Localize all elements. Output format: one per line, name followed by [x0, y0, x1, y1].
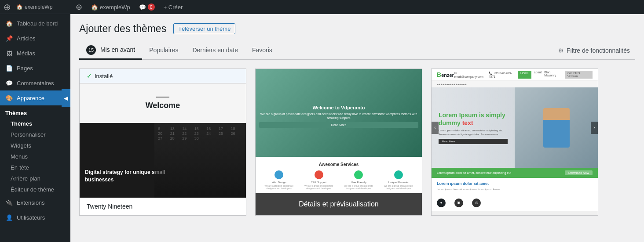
bnz-nav-blog: Blog Masonry	[544, 71, 562, 79]
bnz-hero-body: Lorem ipsum dolor sit amet, consectetur …	[439, 129, 508, 136]
bnz-nav-bar: ✉ email@company.com 📞 +39 342-789-4571	[454, 72, 518, 78]
bnz-read-more-btn: Read More	[439, 139, 508, 144]
bnz-hero: Lorem Ipsum is simply dummy text Lorem i…	[432, 87, 598, 168]
themes-grid: ✓ Installé Welcome 6131415161718 2021222…	[79, 69, 635, 216]
page-header: Ajouter des thèmes Téléverser un thème	[79, 23, 635, 35]
bnz-dot-2: ▣	[454, 199, 463, 207]
tabs-bar: 15 Mis en avant Populaires Derniers en d…	[79, 42, 635, 60]
sidebar-item-medias[interactable]: 🖼 Médias	[0, 46, 70, 61]
bnz-hero-title: Lorem Ipsum is simply dummy text	[439, 111, 508, 127]
vdp-services-grid: Web Design We are a group of passionate …	[261, 170, 417, 190]
commentaires-icon: 💬	[5, 79, 13, 87]
sidebar-sub-personnaliser[interactable]: Personnaliser	[0, 129, 70, 140]
collapse-arrow-icon[interactable]: ◀	[62, 89, 70, 107]
dashboard-icon: 🏠	[5, 19, 13, 27]
sidebar-item-pages[interactable]: 📄 Pages	[0, 61, 70, 76]
utilisateurs-icon: 👤	[5, 213, 13, 221]
tab-latest[interactable]: Derniers en date	[185, 43, 245, 58]
bnz-next-arrow: ›	[591, 122, 598, 134]
bnz-nav-links: Home about Blog Masonry Get PRO Version	[518, 71, 593, 79]
theme-name-twenty-nineteen: Twenty Nineteen	[87, 203, 132, 210]
elements-label: Unique Elements	[381, 181, 417, 184]
bnz-bar-text: Lorem ipsum dolor sit amet, consectetur …	[437, 171, 511, 174]
vdp-hero-content: Welcome to Vdperanto We are a group of p…	[256, 101, 422, 132]
friendly-label: User Friendly	[340, 181, 377, 184]
vdp-hero-body: We are a group of passionate designers a…	[259, 112, 418, 121]
sidebar-sub-widgets[interactable]: Widgets	[0, 140, 70, 151]
theme-preview-bottom: 6131415161718 20212223242526 27282930 Di…	[80, 123, 246, 198]
bnz-dot-1: ●	[437, 199, 446, 207]
gear-icon: ⚙	[558, 47, 564, 54]
tab-favorites[interactable]: Favoris	[245, 43, 279, 58]
admin-bar-wp-icon[interactable]: ⊕	[76, 2, 82, 12]
vdp-service-support: 24/7 Support We are a group of passionat…	[301, 170, 337, 190]
theme-tagline: Digital strategy for unique small busine…	[85, 169, 165, 183]
site-name[interactable]: 🏠 exempleWp	[16, 4, 52, 10]
sidebar-sub-arriere-plan[interactable]: Arrière-plan	[0, 173, 70, 184]
dash-separator	[156, 97, 169, 98]
medias-icon: 🖼	[5, 49, 13, 57]
support-icon	[315, 170, 323, 179]
theme-footer-vdperanto: vdperanto Installer Aperçu	[256, 215, 422, 216]
web-design-icon	[274, 170, 283, 179]
upload-theme-button[interactable]: Téléverser un thème	[173, 23, 235, 34]
vdp-hero-title: Welcome to Vdperanto	[259, 105, 418, 110]
overlay-dark	[154, 123, 246, 198]
vdp-service-web-design: Web Design We are a group of passionate …	[261, 170, 297, 190]
theme-preview-vdperanto: vdperanto Home About Service Works Blog …	[256, 69, 422, 215]
bnz-phone: 📞 +39 342-789-4571	[489, 72, 518, 78]
vdp-overlay: Détails et prévisualisation	[256, 193, 422, 215]
theme-card-benzer: Benzer ✉ email@company.com 📞 +39 342-789…	[431, 69, 598, 216]
web-design-desc: We are a group of passionate designers a…	[261, 184, 297, 190]
installed-badge: ✓ Installé	[80, 69, 246, 83]
web-design-label: Web Design	[261, 181, 297, 184]
sidebar-sub-themes[interactable]: Thèmes	[0, 118, 70, 129]
comments-bubble-icon: 💬	[139, 4, 146, 11]
elements-icon	[394, 170, 403, 179]
dot1: ●●●●●●●●●●●●●●●●	[437, 83, 467, 86]
check-icon: ✓	[87, 72, 92, 79]
featured-badge: 15	[86, 45, 96, 55]
sidebar-item-apparence[interactable]: 🎨 Apparence ◀	[0, 90, 70, 105]
wp-logo-icon[interactable]: ⊕	[4, 2, 11, 12]
tab-featured[interactable]: 15 Mis en avant	[79, 42, 142, 60]
admin-bar-create[interactable]: + Créer	[164, 4, 183, 11]
theme-card-twenty-nineteen: ✓ Installé Welcome 6131415161718 2021222…	[79, 69, 246, 216]
theme-card-vdperanto: vdperanto Home About Service Works Blog …	[255, 69, 422, 216]
bnz-bottom-title: Lorem ipsum dolor sit amet	[437, 181, 593, 186]
bnz-title-span: dummy	[439, 119, 461, 126]
bnz-hero-content: Lorem Ipsum is simply dummy text Lorem i…	[432, 87, 515, 168]
sidebar-sub-en-tete[interactable]: En-tête	[0, 162, 70, 173]
friendly-desc: We are a group of passionate designers a…	[340, 184, 377, 190]
theme-preview-benzer: Benzer ✉ email@company.com 📞 +39 342-789…	[432, 69, 598, 215]
sidebar-item-utilisateurs[interactable]: 👤 Utilisateurs	[0, 210, 70, 225]
bnz-nav-home: Home	[518, 71, 531, 79]
theme-preview-top: Welcome	[80, 83, 246, 123]
welcome-text: Welcome	[146, 101, 180, 110]
filter-features-button[interactable]: ⚙ Filtre de fonctionnalités	[553, 43, 635, 58]
pages-icon: 📄	[5, 64, 13, 72]
admin-home-icon: 🏠	[91, 4, 98, 11]
sidebar-item-articles[interactable]: 📌 Articles	[0, 31, 70, 46]
admin-bar-site[interactable]: 🏠 exempleWp	[91, 4, 130, 11]
sidebar-sub-editeur-theme[interactable]: Éditeur de thème	[0, 184, 70, 195]
bnz-nav-pro: Get PRO Version	[565, 71, 593, 79]
friendly-icon	[354, 170, 363, 179]
bnz-title-text: Lorem Ipsum is simply	[439, 112, 505, 119]
bnz-person-silhouette	[543, 108, 570, 148]
sidebar-item-commentaires[interactable]: 💬 Commentaires	[0, 76, 70, 90]
sidebar-sub-menus[interactable]: Menus	[0, 151, 70, 162]
bnz-bottom-text: Lorem ipsum dolor sit lorem ipsum lorem …	[437, 188, 593, 191]
sidebar-item-extensions[interactable]: 🔌 Extensions	[0, 195, 70, 210]
vdp-hero-section: Welcome to Vdperanto We are a group of p…	[256, 69, 422, 157]
bnz-title-dummy: text	[462, 119, 473, 126]
extensions-icon: 🔌	[5, 199, 13, 206]
sidebar-item-dashboard[interactable]: 🏠 Tableau de bord	[0, 16, 70, 31]
bnz-email: ✉ email@company.com	[454, 72, 486, 78]
bnz-control-dots: ● ▣ ◎	[432, 195, 598, 211]
home-icon: 🏠	[16, 4, 23, 10]
tab-popular[interactable]: Populaires	[142, 43, 185, 58]
bnz-header: Benzer ✉ email@company.com 📞 +39 342-789…	[432, 69, 598, 81]
admin-bar-comments[interactable]: 💬 0	[139, 4, 155, 11]
bnz-dot-3: ◎	[472, 199, 481, 207]
